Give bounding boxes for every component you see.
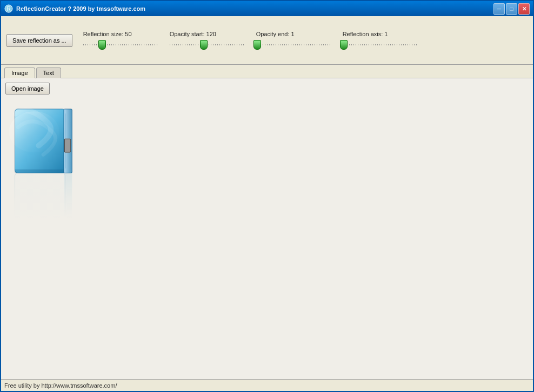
- open-image-button[interactable]: Open image: [5, 83, 50, 94]
- slider-thumb[interactable]: [200, 40, 208, 50]
- slider-thumb[interactable]: [253, 40, 261, 50]
- reflection-size-control: Reflection size: 50: [83, 31, 159, 50]
- opacity-end-label: Opacity end: 1: [256, 31, 295, 37]
- window-controls: ─ □ ✕: [493, 3, 530, 15]
- slider-rail: [170, 44, 245, 45]
- opacity-start-slider[interactable]: [170, 39, 245, 50]
- tabs-row: Image Text: [1, 65, 533, 78]
- slider-rail: [256, 44, 332, 45]
- close-button[interactable]: ✕: [518, 3, 530, 15]
- title-bar: R ReflectionCreator ? 2009 by tmssoftwar…: [1, 1, 533, 16]
- slider-thumb[interactable]: [98, 40, 106, 50]
- folder-svg: [5, 100, 81, 219]
- slider-thumb[interactable]: [340, 40, 348, 50]
- tab-image[interactable]: Image: [4, 67, 35, 78]
- maximize-button[interactable]: □: [506, 3, 517, 15]
- main-window: R ReflectionCreator ? 2009 by tmssoftwar…: [0, 0, 534, 392]
- opacity-end-control: Opacity end: 1: [256, 31, 332, 50]
- content-area: Open image: [1, 78, 533, 379]
- slider-rail: [343, 44, 418, 45]
- app-icon: R: [4, 4, 13, 13]
- reflection-axis-slider[interactable]: [343, 39, 418, 50]
- minimize-button[interactable]: ─: [493, 3, 505, 15]
- opacity-start-control: Opacity start: 120: [170, 31, 245, 50]
- toolbar: Save reflection as ... Reflection size: …: [1, 16, 533, 65]
- status-bar: Free utility by http://www.tmssoftware.c…: [1, 379, 533, 391]
- opacity-start-label: Opacity start: 120: [170, 31, 216, 37]
- svg-rect-7: [65, 139, 70, 152]
- svg-rect-8: [15, 170, 64, 173]
- opacity-end-slider[interactable]: [256, 39, 332, 50]
- reflection-size-label: Reflection size: 50: [83, 31, 132, 37]
- tab-text[interactable]: Text: [36, 67, 61, 78]
- image-preview: [5, 100, 92, 220]
- reflection-size-slider[interactable]: [83, 39, 159, 50]
- save-reflection-button[interactable]: Save reflection as ...: [6, 34, 72, 47]
- svg-rect-11: [11, 173, 75, 219]
- window-title: ReflectionCreator ? 2009 by tmssoftware.…: [16, 5, 493, 12]
- slider-rail: [83, 44, 159, 45]
- status-text: Free utility by http://www.tmssoftware.c…: [4, 382, 117, 389]
- svg-text:R: R: [6, 6, 10, 12]
- reflection-axis-label: Reflection axis: 1: [343, 31, 388, 37]
- tabs-area: Image Text: [1, 65, 533, 78]
- reflection-axis-control: Reflection axis: 1: [343, 31, 418, 50]
